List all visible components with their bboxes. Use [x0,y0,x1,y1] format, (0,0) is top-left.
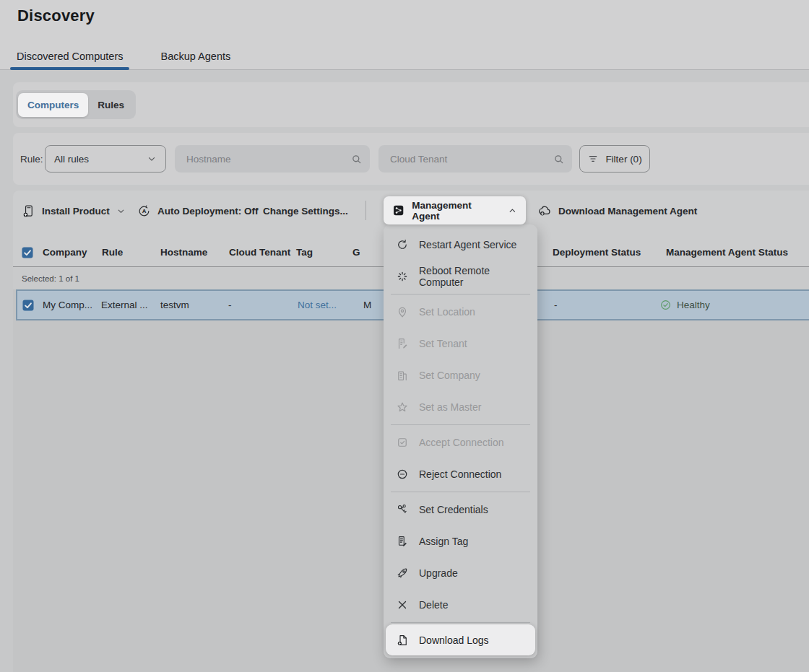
spinner-icon [396,270,409,283]
row-cell-cloud-tenant: - [228,291,232,319]
management-agent-button[interactable]: Management Agent [384,196,526,224]
menu-item-label: Reject Connection [419,468,501,480]
discovery-page: Discovery Discovered Computers Backup Ag… [0,0,809,672]
cloud-download-icon [537,204,552,218]
menu-item-label: Upgrade [419,567,458,579]
column-header-tag[interactable]: Tag [296,238,313,266]
column-header-hostname[interactable]: Hostname [160,238,207,266]
page-title: Discovery [17,6,95,25]
cloud-tenant-search [378,145,572,173]
row-cell-deployment-status: - [554,291,558,319]
checkbox-checked-icon [22,247,33,258]
check-square-icon [396,436,409,449]
keys-icon [396,503,409,516]
change-settings-button[interactable]: Change Settings... [263,197,348,224]
tab-label: Backup Agents [160,51,230,62]
menu-item-set-company[interactable]: Set Company [384,359,537,391]
menu-item-label: Set Company [419,370,480,381]
column-header-management-agent-status[interactable]: Management Agent Status [666,238,788,266]
search-icon [350,153,363,165]
view-toggle-panel: Computers Rules [13,82,809,127]
change-settings-label: Change Settings... [263,206,348,217]
tenant-edit-icon [396,337,409,350]
menu-item-set-location[interactable]: Set Location [384,296,537,328]
install-product-label: Install Product [42,206,110,217]
x-icon [396,598,409,611]
column-header-rule[interactable]: Rule [102,238,123,266]
row-cell-management-agent-status: Healthy [659,291,710,319]
minus-circle-icon [396,468,409,481]
toggle-rules[interactable]: Rules [88,93,134,117]
company-icon [396,369,409,382]
management-agent-icon [392,204,404,217]
cloud-tenant-search-input[interactable] [389,153,553,165]
filter-button-label: Filter (0) [605,154,641,165]
menu-item-label: Accept Connection [419,437,504,448]
toggle-label: Rules [98,100,124,110]
tab-bar: Discovered Computers Backup Agents [10,51,237,69]
auto-deployment-icon: A [137,204,151,218]
tab-backup-agents[interactable]: Backup Agents [154,51,237,69]
download-management-agent-label: Download Management Agent [558,206,697,217]
column-header-group[interactable]: G [352,238,360,266]
download-logs-icon [396,634,409,647]
management-agent-label: Management Agent [412,200,493,222]
chevron-up-icon [508,206,517,216]
toggle-computers[interactable]: Computers [18,93,88,117]
menu-item-label: Reboot Remote Computer [419,265,530,288]
row-cell-tag-link[interactable]: Not set... [298,291,337,319]
auto-deployment-label: Auto Deployment: Off [157,206,259,217]
row-checkbox[interactable] [22,291,34,319]
hostname-search-input[interactable] [185,153,350,165]
refresh-icon [396,238,409,251]
filter-button[interactable]: Filter (0) [579,145,650,173]
menu-item-restart-agent-service[interactable]: Restart Agent Service [384,229,537,261]
download-management-agent-button[interactable]: Download Management Agent [537,197,697,224]
page-header: Discovery Discovered Computers Backup Ag… [0,0,809,70]
selection-summary: Selected: 1 of 1 [22,267,79,289]
column-header-cloud-tenant[interactable]: Cloud Tenant [229,238,290,266]
menu-item-accept-connection[interactable]: Accept Connection [384,427,537,458]
toggle-label: Computers [27,100,79,110]
menu-divider [391,492,530,492]
rule-select[interactable]: All rules [45,145,166,173]
toolbar-divider [365,201,366,220]
menu-item-set-as-master[interactable]: Set as Master [384,391,537,423]
menu-item-set-credentials[interactable]: Set Credentials [384,494,537,525]
filter-bar: Rule: All rules Filter (0) [13,133,809,185]
menu-item-label: Assign Tag [419,536,468,547]
menu-item-download-logs[interactable]: Download Logs [386,624,535,655]
row-cell-company: My Comp... [43,291,92,319]
menu-item-label: Set Location [419,306,475,318]
auto-deployment-button[interactable]: A Auto Deployment: Off [137,197,259,224]
tab-discovered-computers[interactable]: Discovered Computers [10,51,129,69]
filter-icon [587,153,599,165]
hostname-search [175,145,370,173]
menu-item-set-tenant[interactable]: Set Tenant [384,328,537,359]
healthy-check-icon [659,299,672,311]
chevron-down-icon [147,154,157,164]
chevron-down-icon [116,206,126,216]
row-cell-rule: External ... [101,291,148,319]
select-all-checkbox[interactable] [22,238,33,266]
menu-item-reboot-remote-computer[interactable]: Reboot Remote Computer [384,261,537,292]
column-header-deployment-status[interactable]: Deployment Status [553,238,641,266]
search-icon [553,153,565,165]
menu-item-delete[interactable]: Delete [384,589,537,621]
healthy-status-label: Healthy [677,300,710,310]
column-header-company[interactable]: Company [43,238,87,266]
tag-edit-icon [396,535,409,548]
menu-divider [391,424,530,425]
menu-item-reject-connection[interactable]: Reject Connection [384,458,537,490]
view-toggle: Computers Rules [16,90,136,119]
menu-divider [391,622,530,623]
row-cell-hostname: testvm [160,291,189,319]
star-icon [396,401,409,414]
menu-divider [391,294,530,294]
menu-item-label: Set Credentials [419,504,488,515]
menu-item-upgrade[interactable]: Upgrade [384,557,537,589]
menu-item-label: Delete [419,599,448,611]
menu-item-assign-tag[interactable]: Assign Tag [384,525,537,557]
install-product-button[interactable]: Install Product [22,197,126,224]
menu-item-label: Set as Master [419,401,481,413]
